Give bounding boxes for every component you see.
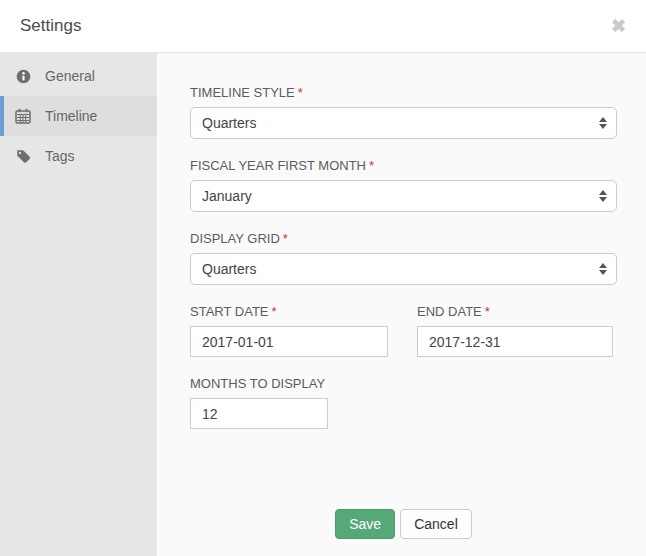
cancel-button[interactable]: Cancel (400, 509, 472, 539)
required-marker: * (283, 231, 288, 246)
start-date-label: START DATE* (190, 304, 388, 319)
sidebar-item-label: Timeline (45, 108, 97, 124)
calendar-icon (15, 108, 31, 124)
months-to-display-label: MONTHS TO DISPLAY (190, 376, 617, 391)
required-marker: * (369, 158, 374, 173)
info-circle-icon (15, 68, 31, 84)
modal-header: Settings ✖ (0, 0, 646, 53)
timeline-style-label: TIMELINE STYLE* (190, 85, 617, 100)
display-grid-select[interactable]: Quarters (190, 253, 617, 285)
modal-footer: Save Cancel (190, 509, 617, 539)
settings-modal: Settings ✖ General (0, 0, 646, 556)
months-to-display-input[interactable] (190, 398, 328, 429)
sidebar-item-general[interactable]: General (0, 56, 157, 96)
required-marker: * (272, 304, 277, 319)
sidebar-item-label: General (45, 68, 95, 84)
sidebar: General Timeline (0, 53, 157, 556)
required-marker: * (298, 85, 303, 100)
start-date-input[interactable] (190, 326, 388, 357)
sidebar-item-label: Tags (45, 148, 75, 164)
required-marker: * (485, 304, 490, 319)
sidebar-item-timeline[interactable]: Timeline (0, 96, 157, 136)
sidebar-item-tags[interactable]: Tags (0, 136, 157, 176)
fiscal-month-group: FISCAL YEAR FIRST MONTH* January (190, 158, 617, 212)
start-date-group: START DATE* (190, 304, 388, 357)
settings-form: TIMELINE STYLE* Quarters FISCAL YEAR FIR… (157, 53, 646, 556)
modal-body: General Timeline (0, 53, 646, 556)
end-date-label: END DATE* (417, 304, 613, 319)
modal-title: Settings (20, 16, 81, 36)
fiscal-month-label: FISCAL YEAR FIRST MONTH* (190, 158, 617, 173)
display-grid-group: DISPLAY GRID* Quarters (190, 231, 617, 285)
close-icon: ✖ (611, 16, 626, 36)
end-date-group: END DATE* (417, 304, 613, 357)
fiscal-month-select[interactable]: January (190, 180, 617, 212)
date-range-row: START DATE* END DATE* (190, 304, 617, 357)
display-grid-label: DISPLAY GRID* (190, 231, 617, 246)
timeline-style-select[interactable]: Quarters (190, 107, 617, 139)
save-button[interactable]: Save (335, 509, 395, 539)
end-date-input[interactable] (417, 326, 613, 357)
months-to-display-group: MONTHS TO DISPLAY (190, 376, 617, 429)
close-button[interactable]: ✖ (611, 17, 626, 35)
tag-icon (15, 148, 31, 164)
timeline-style-group: TIMELINE STYLE* Quarters (190, 85, 617, 139)
